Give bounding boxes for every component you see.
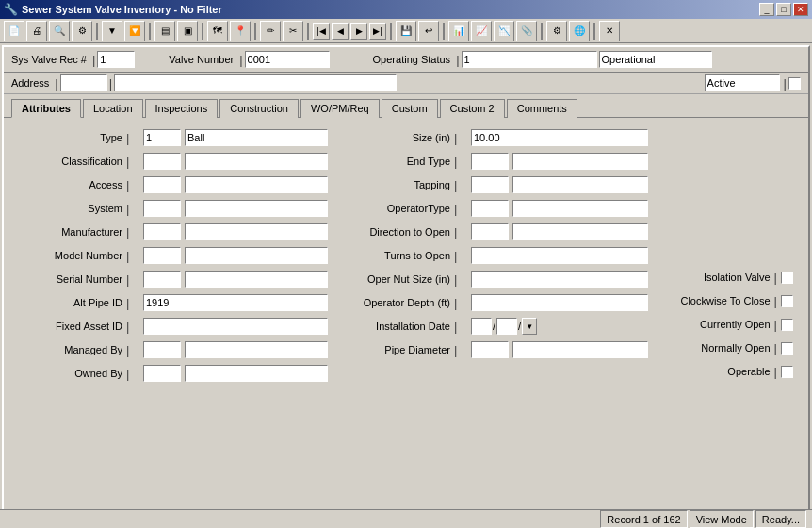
active-checkbox[interactable] [788, 77, 801, 90]
tab-custom[interactable]: Custom [382, 99, 438, 118]
clockwise-close-checkbox[interactable] [781, 295, 793, 307]
undo-button[interactable]: ↩ [418, 21, 439, 41]
end-type-text-input[interactable] [512, 153, 648, 170]
managed-by-num-input[interactable] [143, 341, 181, 358]
size-input[interactable] [471, 129, 648, 146]
map2-button[interactable]: 📍 [230, 21, 251, 41]
isolation-valve-checkbox[interactable] [781, 272, 793, 284]
pipe-diameter-num-input[interactable] [471, 341, 509, 358]
prev-record-button[interactable]: ◀ [332, 23, 349, 40]
serial-number-row: Serial Number | [19, 269, 328, 289]
manufacturer-num-input[interactable] [143, 223, 181, 240]
refresh-button[interactable]: ⚙ [72, 21, 92, 41]
valve-number-wrapper: | [239, 51, 329, 68]
active-input[interactable] [705, 74, 780, 91]
operator-depth-input[interactable] [471, 294, 648, 311]
operable-checkbox[interactable] [781, 366, 793, 378]
pipe-diameter-text-input[interactable] [512, 341, 648, 358]
sep4 [254, 23, 256, 40]
tab-comments[interactable]: Comments [507, 99, 577, 118]
gis-button[interactable]: 🌐 [569, 21, 590, 41]
serial-number-num-input[interactable] [143, 271, 181, 288]
options-button[interactable]: ⚙ [546, 21, 567, 41]
currently-open-checkbox[interactable] [781, 319, 793, 331]
install-month-input[interactable] [471, 318, 492, 335]
filter2-button[interactable]: 🔽 [124, 21, 145, 41]
normally-open-checkbox[interactable] [781, 342, 793, 355]
direction-open-text-input[interactable] [512, 223, 648, 240]
report-button[interactable]: 📊 [448, 21, 469, 41]
operating-status-text-input[interactable] [599, 51, 712, 68]
oper-nut-size-input[interactable] [471, 271, 648, 288]
new-button[interactable]: 📄 [4, 21, 24, 41]
status-bar: Record 1 of 162 View Mode Ready... [0, 509, 812, 528]
install-day-input[interactable] [496, 318, 517, 335]
model-number-indicator: | [126, 248, 139, 263]
close-button[interactable]: ✕ [793, 3, 808, 16]
report2-button[interactable]: 📈 [471, 21, 492, 41]
operator-type-num-input[interactable] [471, 200, 509, 217]
type-text-input[interactable] [185, 129, 328, 146]
end-type-num-input[interactable] [471, 153, 509, 170]
form-columns: Type | Classification | Access | [19, 127, 793, 384]
edit-button[interactable]: ✏ [260, 21, 281, 41]
minimize-button[interactable]: _ [759, 3, 774, 16]
direction-open-num-input[interactable] [471, 223, 509, 240]
serial-number-text-input[interactable] [185, 271, 328, 288]
chart-button[interactable]: 📉 [494, 21, 514, 41]
view-button[interactable]: ▤ [154, 21, 175, 41]
operator-depth-indicator: | [454, 295, 467, 310]
maximize-button[interactable]: □ [776, 3, 791, 16]
fixed-asset-id-label: Fixed Asset ID [19, 321, 122, 332]
list-button[interactable]: ▣ [177, 21, 198, 41]
classification-text-input[interactable] [185, 153, 328, 170]
operating-status-num-input[interactable] [462, 51, 597, 68]
last-record-button[interactable]: ▶| [369, 23, 386, 40]
owned-by-text-input[interactable] [185, 365, 328, 382]
type-num-input[interactable] [143, 129, 181, 146]
tapping-text-input[interactable] [512, 176, 648, 193]
attach-button[interactable]: 📎 [516, 21, 537, 41]
delete-button[interactable]: ✂ [283, 21, 303, 41]
tab-wopmreq[interactable]: WO/PM/Req [300, 99, 380, 118]
map-button[interactable]: 🗺 [207, 21, 228, 41]
tab-inspections[interactable]: Inspections [145, 99, 219, 118]
classification-label: Classification [19, 156, 122, 167]
address-wrapper: | | [55, 74, 397, 91]
owned-by-num-input[interactable] [143, 365, 181, 382]
classification-num-input[interactable] [143, 153, 181, 170]
model-number-num-input[interactable] [143, 247, 181, 264]
system-num-input[interactable] [143, 200, 181, 217]
access-num-input[interactable] [143, 176, 181, 193]
address-num-input[interactable] [60, 74, 107, 91]
managed-by-indicator: | [126, 342, 139, 357]
operator-type-text-input[interactable] [512, 200, 648, 217]
turns-open-input[interactable] [471, 247, 648, 264]
tab-custom2[interactable]: Custom 2 [440, 99, 505, 118]
access-text-input[interactable] [185, 176, 328, 193]
filter-button[interactable]: ▼ [102, 21, 122, 41]
print-button[interactable]: 🖨 [26, 21, 47, 41]
turns-open-row: Turns to Open | [347, 245, 648, 266]
sep9 [593, 23, 595, 40]
save-button[interactable]: 💾 [396, 21, 416, 41]
pipe-diameter-row: Pipe Diameter | [347, 339, 648, 360]
first-record-button[interactable]: |◀ [313, 23, 330, 40]
tab-attributes[interactable]: Attributes [11, 99, 81, 118]
install-date-dropdown[interactable]: ▼ [522, 318, 537, 335]
address-text-input[interactable] [114, 74, 397, 91]
system-text-input[interactable] [185, 200, 328, 217]
tab-location[interactable]: Location [83, 99, 143, 118]
fixed-asset-id-input[interactable] [143, 318, 328, 335]
model-number-text-input[interactable] [185, 247, 328, 264]
sys-valve-rec-input[interactable] [97, 51, 135, 68]
close2-button[interactable]: ✕ [599, 21, 620, 41]
next-record-button[interactable]: ▶ [350, 23, 367, 40]
alt-pipe-id-input[interactable] [143, 294, 328, 311]
tab-construction[interactable]: Construction [219, 99, 299, 118]
tapping-num-input[interactable] [471, 176, 509, 193]
search-button[interactable]: 🔍 [49, 21, 70, 41]
manufacturer-text-input[interactable] [185, 223, 328, 240]
valve-number-input[interactable] [245, 51, 330, 68]
managed-by-text-input[interactable] [185, 341, 328, 358]
